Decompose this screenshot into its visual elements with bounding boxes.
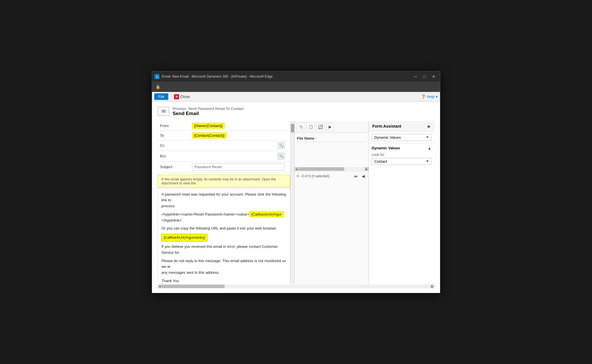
close-label: Close: [180, 94, 190, 99]
main-scroll-left-button[interactable]: ◀: [158, 284, 162, 288]
main-horizontal-scrollbar[interactable]: ◀ ▶: [158, 284, 434, 288]
from-row: From {Owner(Contact)}: [158, 121, 290, 131]
to-row: To {Contact(Contact)}: [158, 131, 290, 140]
process-label: Process: Send Password Reset To Contact: [173, 106, 243, 111]
refresh-button[interactable]: 🔄: [316, 123, 324, 131]
scroll-right-button[interactable]: ▶: [365, 167, 369, 171]
scrollbar-thumb: [291, 124, 294, 132]
restore-button[interactable]: □: [421, 73, 429, 81]
edge-icon: e: [154, 74, 159, 79]
bcc-label: Bcc: [158, 154, 192, 158]
address-bar: 🔒: [152, 82, 440, 92]
bcc-lookup-button[interactable]: 🔍: [278, 153, 285, 160]
bcc-value-area: 🔍: [192, 153, 290, 160]
minimize-button[interactable]: ─: [411, 73, 419, 81]
warning-text: If this email appears empty, its content…: [161, 177, 276, 185]
main-content: ✉ Process: Send Password Reset To Contac…: [152, 102, 440, 293]
file-name-label: File Name: [297, 136, 314, 140]
cc-row: Cc 🔍: [158, 140, 290, 151]
body-para1: A password reset was requested for your …: [161, 192, 287, 209]
pagination-text: 0 - 0 of 0 (0 selected): [297, 174, 329, 178]
prev-page-button[interactable]: ◀: [360, 173, 366, 179]
browser-close-button[interactable]: ✕: [430, 73, 438, 81]
first-page-button[interactable]: ⏮: [353, 173, 359, 179]
file-button[interactable]: File: [154, 93, 168, 100]
attach-note-button[interactable]: 📋: [307, 123, 315, 131]
title-bar: e Email: New Email - Microsoft Dynamics …: [152, 71, 440, 82]
callback-highlight-2: {CallbackUrl(Arguments)}: [161, 234, 207, 242]
from-label: From: [158, 124, 192, 128]
attach-toolbar: 📎 📋 🔄 ▶: [295, 121, 369, 133]
cc-lookup-icon: 🔍: [279, 144, 283, 148]
panel-expand-icon[interactable]: ▶: [428, 124, 431, 128]
email-icon: ✉: [158, 107, 169, 116]
pagination-bar: 0 - 0 of 0 (0 selected) ⏮ ◀: [295, 171, 369, 181]
left-panel: From {Owner(Contact)} To {Contact(Contac…: [158, 121, 290, 284]
close-x-icon: ✕: [174, 94, 179, 99]
attach-file-button[interactable]: 📎: [297, 123, 305, 131]
to-label: To: [158, 133, 192, 138]
process-info: Process: Send Password Reset To Contact …: [173, 106, 243, 116]
from-value: {Owner(Contact)}: [192, 123, 225, 129]
panel-dropdown-row: Dynamic Values Static Values: [369, 132, 434, 144]
title-bar-controls: ─ □ ✕: [411, 73, 438, 81]
help-chevron-icon: ▾: [436, 94, 438, 99]
subject-label: Subject: [158, 165, 192, 169]
lock-icon: 🔒: [155, 85, 160, 89]
sort-arrow-icon: ↑: [315, 137, 317, 140]
attachments-panel: 📎 📋 🔄 ▶ File Name ↑ ◀: [294, 121, 369, 284]
email-body[interactable]: A password reset was requested for your …: [158, 188, 290, 284]
horizontal-scrollbar[interactable]: ◀ ▶: [295, 167, 369, 171]
main-scrollbar-track: [162, 284, 430, 288]
body-callback2: {CallbackUrl(Arguments)}: [161, 234, 287, 242]
look-for-dropdown[interactable]: Contact Account User: [372, 158, 431, 165]
page-title: Send Email: [173, 111, 243, 116]
section-title: Dynamic Values: [372, 146, 400, 150]
main-scroll-right-button[interactable]: ▶: [430, 284, 434, 288]
process-header: ✉ Process: Send Password Reset To Contac…: [158, 106, 434, 116]
warning-banner: If this email appears empty, its content…: [158, 175, 290, 188]
browser-icon-area: e: [154, 74, 159, 79]
bcc-row: Bcc 🔍: [158, 151, 290, 162]
dynamic-values-section: Dynamic Values ▲ Look for: Contact Accou…: [369, 144, 434, 167]
ribbon: File ✕ Close ❓ Help ▾: [152, 92, 440, 102]
cc-value-area: 🔍: [192, 142, 290, 149]
content-row: From {Owner(Contact)} To {Contact(Contac…: [158, 121, 434, 284]
look-for-label: Look for:: [372, 153, 431, 157]
from-value-area: {Owner(Contact)}: [192, 123, 290, 129]
help-icon: ❓: [421, 94, 426, 99]
body-para2: Or you can copy the following URL and pa…: [161, 226, 287, 232]
scroll-left-button[interactable]: ◀: [295, 167, 299, 171]
form-assistant-panel: Form Assistant ▶ Dynamic Values Static V…: [369, 121, 434, 284]
collapse-button[interactable]: ▲: [427, 146, 431, 150]
subject-row: Subject: [158, 162, 290, 172]
panel-title: Form Assistant: [372, 124, 401, 128]
cc-lookup-button[interactable]: 🔍: [278, 142, 285, 149]
body-thank-you: Thank You: [161, 278, 287, 283]
scrollbar-track: [299, 167, 365, 171]
body-para4: Please do not reply to this message. Thi…: [161, 258, 287, 276]
main-h-scrollbar-thumb: [162, 285, 225, 288]
panel-header: Form Assistant ▶: [369, 121, 434, 132]
body-para3: If you believe you received this email i…: [161, 244, 287, 256]
bcc-lookup-icon: 🔍: [279, 154, 283, 158]
browser-title: Email: New Email - Microsoft Dynamics 36…: [162, 75, 409, 79]
subject-input[interactable]: [192, 163, 285, 170]
page-navigation: ⏮ ◀: [353, 173, 366, 179]
dynamic-values-dropdown[interactable]: Dynamic Values Static Values: [372, 134, 431, 141]
callback-highlight-1: {CallbackUrl(Argur: [249, 211, 284, 217]
browser-window: e Email: New Email - Microsoft Dynamics …: [152, 71, 440, 293]
to-value-area: {Contact(Contact)}: [192, 132, 290, 138]
help-label: Help: [427, 94, 435, 99]
help-button[interactable]: ❓ Help ▾: [421, 94, 438, 99]
file-list-area: File Name ↑: [295, 133, 369, 167]
cc-label: Cc: [158, 143, 192, 148]
attach-action-button[interactable]: ▶: [326, 123, 334, 131]
close-button[interactable]: ✕ Close: [172, 93, 192, 100]
body-hyperlink-line: <hyperlink><name>Reset Password</name><v…: [161, 212, 287, 224]
to-value: {Contact(Contact)}: [192, 132, 227, 138]
h-scrollbar-thumb: [299, 167, 344, 171]
vertical-scrollbar[interactable]: [290, 121, 294, 284]
file-name-header: File Name ↑: [297, 135, 366, 142]
section-header-row: Dynamic Values ▲: [372, 146, 431, 150]
